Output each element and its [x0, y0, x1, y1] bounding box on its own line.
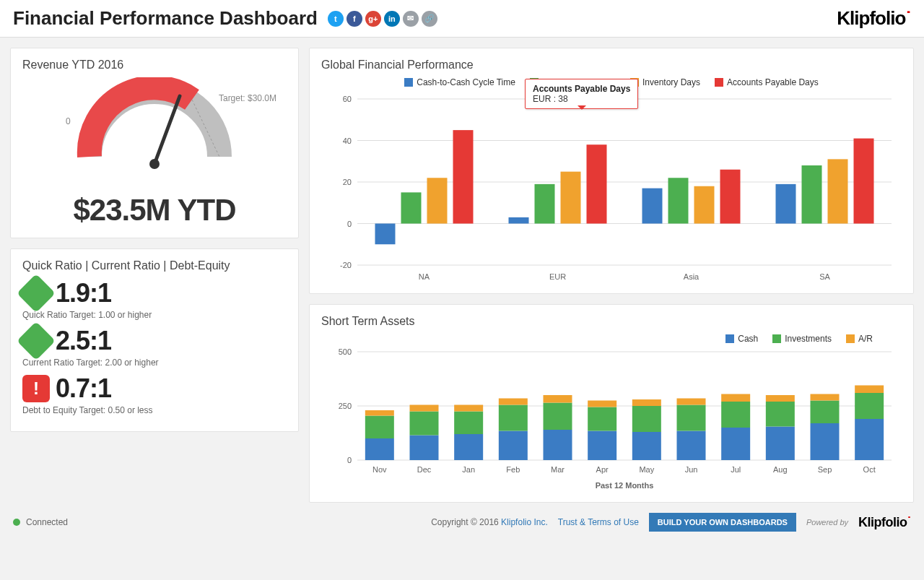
svg-point-2: [149, 159, 160, 169]
svg-text:60: 60: [343, 95, 352, 103]
gauge-zero-label: 0: [66, 116, 71, 126]
svg-rect-79: [811, 423, 840, 460]
svg-rect-85: [855, 386, 884, 394]
svg-rect-45: [410, 405, 439, 412]
svg-rect-39: [365, 438, 394, 460]
svg-rect-83: [855, 419, 884, 460]
linkedin-icon[interactable]: in: [384, 11, 400, 27]
svg-text:Dec: Dec: [417, 465, 432, 474]
facebook-icon[interactable]: f: [346, 11, 362, 27]
status-text: Connected: [26, 517, 68, 527]
quick-ratio-value: 1.9:1: [56, 278, 111, 308]
svg-text:0: 0: [347, 456, 352, 464]
svg-rect-61: [588, 401, 616, 407]
chart-tooltip: Accounts Payable Days EUR : 38: [525, 79, 638, 109]
svg-text:EUR: EUR: [549, 272, 566, 281]
svg-text:-20: -20: [340, 261, 352, 269]
quick-ratio-sub: Quick Ratio Target: 1.00 or higher: [22, 310, 287, 320]
svg-text:Jul: Jul: [731, 465, 741, 474]
app-header: Financial Performance Dashboard t f g+ i…: [0, 0, 924, 38]
svg-rect-59: [588, 431, 616, 461]
email-icon[interactable]: ✉: [403, 11, 419, 27]
svg-rect-49: [454, 405, 483, 412]
debt-equity-sub: Debt to Equity Target: 0.50 or less: [22, 405, 287, 415]
status-dot-icon: [13, 519, 20, 526]
svg-text:Mar: Mar: [551, 465, 565, 474]
svg-text:May: May: [639, 465, 654, 474]
svg-rect-24: [668, 178, 689, 223]
svg-rect-65: [632, 399, 661, 406]
svg-rect-67: [677, 431, 706, 461]
current-ratio-sub: Current Ratio Target: 2.00 or higher: [22, 358, 287, 368]
svg-text:SA: SA: [819, 272, 830, 281]
ratios-title: Quick Ratio | Current Ratio | Debt-Equit…: [22, 259, 287, 272]
svg-text:40: 40: [343, 137, 352, 145]
twitter-icon[interactable]: t: [328, 11, 344, 27]
svg-rect-51: [499, 431, 528, 461]
svg-rect-77: [766, 395, 795, 402]
svg-rect-68: [677, 405, 706, 431]
svg-text:Jan: Jan: [462, 465, 475, 474]
svg-text:Asia: Asia: [684, 272, 699, 281]
svg-rect-13: [375, 224, 396, 245]
build-dashboards-button[interactable]: BUILD YOUR OWN DASHBOARDS: [649, 513, 796, 532]
svg-text:Aug: Aug: [773, 465, 788, 474]
page-title: Financial Performance Dashboard: [13, 7, 318, 30]
brand-logo-small: Klipfolio˙: [858, 515, 911, 530]
svg-rect-72: [721, 402, 750, 428]
svg-rect-23: [642, 189, 663, 224]
gauge-target-label: Target: $30.0M: [219, 93, 276, 103]
svg-text:Feb: Feb: [506, 465, 520, 474]
svg-rect-80: [811, 401, 840, 424]
svg-rect-69: [677, 399, 706, 405]
company-link[interactable]: Klipfolio Inc.: [501, 517, 548, 527]
svg-line-1: [154, 96, 180, 164]
copyright-text: Copyright © 2016 Klipfolio Inc.: [431, 517, 548, 527]
terms-link[interactable]: Trust & Terms of Use: [558, 517, 639, 527]
svg-rect-43: [410, 436, 439, 461]
svg-rect-25: [694, 186, 715, 224]
link-icon[interactable]: 🔗: [422, 11, 437, 27]
svg-text:Jun: Jun: [685, 465, 698, 474]
short-assets-chart[interactable]: 0250500NovDecJanFebMarAprMayJunJulAugSep…: [321, 348, 899, 493]
revenue-title: Revenue YTD 2016: [22, 59, 287, 72]
short-assets-legend: CashInvestmentsA/R: [321, 334, 902, 344]
svg-rect-48: [454, 412, 483, 435]
ratios-card: Quick Ratio | Current Ratio | Debt-Equit…: [10, 248, 299, 432]
diamond-ok-icon: [17, 274, 56, 313]
revenue-card: Revenue YTD 2016 0 Target: $30.0M $23.5M…: [10, 48, 299, 238]
debt-equity-value: 0.7:1: [56, 373, 111, 404]
svg-rect-56: [544, 403, 572, 430]
svg-text:0: 0: [347, 220, 352, 228]
svg-rect-29: [802, 165, 822, 224]
powered-by-text: Powered by: [806, 518, 848, 527]
svg-rect-71: [721, 428, 750, 460]
svg-rect-60: [588, 407, 616, 431]
svg-rect-31: [854, 139, 874, 224]
current-ratio-row: 2.5:1: [22, 326, 287, 356]
svg-rect-63: [632, 432, 661, 460]
svg-rect-30: [828, 159, 848, 223]
svg-rect-16: [453, 130, 474, 223]
svg-text:NA: NA: [419, 272, 430, 281]
svg-rect-64: [632, 406, 661, 432]
svg-rect-73: [721, 394, 750, 402]
svg-rect-75: [766, 427, 795, 461]
brand-logo: Klipfolio˙: [837, 7, 911, 30]
global-perf-chart[interactable]: -200204060NAEURAsiaSA: [321, 92, 899, 287]
short-assets-card: Short Term Assets CashInvestmentsA/R 025…: [309, 304, 914, 503]
svg-rect-81: [811, 394, 840, 401]
quick-ratio-row: 1.9:1: [22, 278, 287, 308]
svg-rect-55: [544, 430, 572, 460]
svg-rect-26: [720, 170, 741, 224]
social-icons: t f g+ in ✉ 🔗: [328, 11, 437, 27]
svg-rect-28: [776, 184, 796, 224]
svg-rect-53: [499, 399, 528, 405]
gplus-icon[interactable]: g+: [365, 11, 381, 27]
debt-equity-row: ! 0.7:1: [22, 373, 287, 404]
svg-text:Oct: Oct: [863, 465, 876, 474]
svg-rect-57: [544, 395, 572, 403]
svg-rect-19: [535, 184, 555, 224]
svg-rect-15: [427, 178, 448, 223]
svg-rect-21: [587, 144, 607, 223]
